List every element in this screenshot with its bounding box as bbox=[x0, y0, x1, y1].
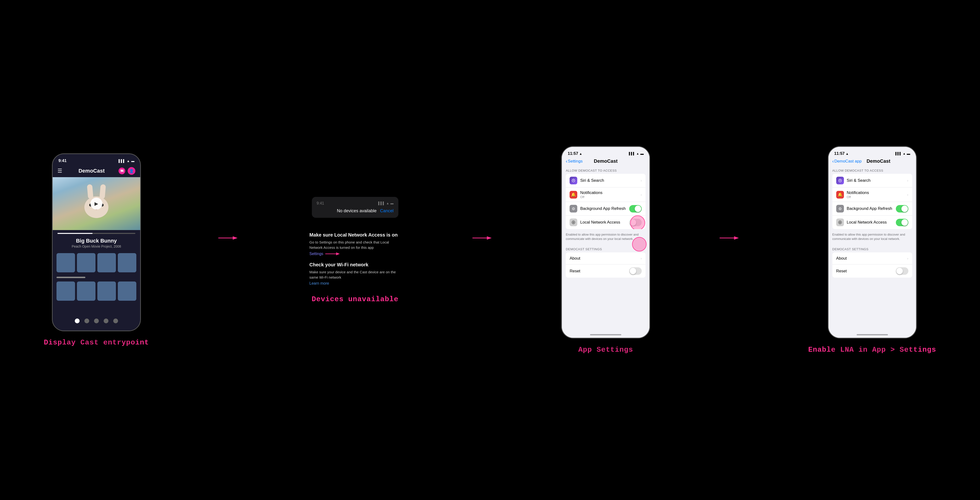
popup-cancel-btn[interactable]: Cancel bbox=[380, 208, 394, 213]
ios-battery-3: ▬ bbox=[640, 152, 644, 156]
step-3-label: App Settings bbox=[578, 346, 633, 354]
home-indicator-3 bbox=[590, 334, 621, 335]
tab-3[interactable] bbox=[94, 319, 99, 323]
notif-icon: 🔔 bbox=[570, 191, 577, 198]
step-4-label: Enable LNA in App > Settings bbox=[808, 346, 936, 354]
ios-status-3: 11:57 ▲ ▌▌▌ ▲ ▬ bbox=[562, 147, 649, 157]
instruction-heading-1: Make sure Local Network Access is on bbox=[309, 232, 401, 238]
popup-no-devices-title: No devices available bbox=[334, 208, 380, 213]
svg-marker-11 bbox=[734, 236, 739, 240]
ios-time-4: 11:57 bbox=[834, 151, 845, 156]
nav-title-3: DemoCast bbox=[582, 159, 629, 164]
step-1: 9:41 ▌▌▌ ▲ ▬ ☰ DemoCast 👤 bbox=[44, 153, 149, 347]
thumb-4[interactable] bbox=[118, 253, 136, 272]
movie-title: Big Buck Bunny bbox=[52, 236, 140, 244]
about-row-3[interactable]: About › bbox=[566, 252, 646, 264]
reset-content-3: Reset bbox=[570, 269, 627, 273]
arrow-between-3-4 bbox=[720, 234, 739, 241]
tab-4[interactable] bbox=[103, 319, 108, 323]
back-nav-4: ‹ DemoCast app DemoCast bbox=[829, 157, 916, 165]
local-network-row[interactable]: Local Network Access bbox=[566, 216, 646, 229]
reset-knob-4 bbox=[896, 268, 903, 274]
democast-list-3: About › Reset bbox=[566, 252, 646, 278]
siri-row-4[interactable]: Siri & Search › bbox=[832, 174, 912, 187]
notifications-row-4[interactable]: 🔔 Notifications Off › bbox=[832, 187, 912, 202]
app-header: ☰ DemoCast 👤 bbox=[52, 165, 140, 177]
ios-battery-4: ▬ bbox=[907, 152, 910, 156]
cast-icon[interactable] bbox=[119, 168, 125, 174]
tab-1[interactable] bbox=[75, 319, 80, 323]
democast-header-3: DEMOCAST SETTINGS bbox=[562, 243, 649, 252]
local-content-4: Local Network Access bbox=[847, 220, 894, 225]
siri-title: Siri & Search bbox=[580, 178, 639, 183]
about-row-4[interactable]: About › bbox=[832, 252, 912, 264]
instructions-box: Make sure Local Network Access is on Go … bbox=[307, 230, 403, 288]
local-title: Local Network Access bbox=[580, 220, 627, 225]
ios-wifi-4: ▲ bbox=[903, 152, 906, 155]
instruction-link-settings[interactable]: Settings bbox=[309, 252, 323, 256]
thumb-5[interactable] bbox=[57, 281, 75, 301]
bg-toggle-on[interactable] bbox=[629, 205, 642, 213]
notifications-row[interactable]: 🔔 Notifications Off › bbox=[566, 187, 646, 202]
ios-wifi-3: ▲ bbox=[636, 152, 639, 155]
back-btn-3[interactable]: ‹ Settings bbox=[566, 159, 582, 164]
bg-icon: ⚙ bbox=[570, 205, 577, 213]
popup-status-time: 9:41 bbox=[317, 201, 324, 206]
app-hero: ▶ bbox=[52, 177, 140, 230]
thumb-6[interactable] bbox=[77, 281, 95, 301]
bg-refresh-row[interactable]: ⚙ Background App Refresh bbox=[566, 202, 646, 216]
bg-toggle-knob-4 bbox=[901, 206, 908, 212]
reset-row-4[interactable]: Reset bbox=[832, 264, 912, 278]
ios-screen-3: 11:57 ▲ ▌▌▌ ▲ ▬ ‹ Settings DemoCast bbox=[562, 147, 649, 338]
local-note-4: Enabled to allow this app permission to … bbox=[829, 231, 916, 243]
thumb-7[interactable] bbox=[97, 281, 116, 301]
local-network-row-4[interactable]: Local Network Access bbox=[832, 216, 912, 229]
reset-knob-3 bbox=[630, 268, 636, 274]
democast-header-4: DEMOCAST SETTINGS bbox=[829, 243, 916, 252]
hamburger-icon[interactable]: ☰ bbox=[57, 168, 62, 174]
siri-row[interactable]: Siri & Search › bbox=[566, 174, 646, 187]
notif-content-4: Notifications Off bbox=[847, 190, 905, 199]
back-btn-4[interactable]: ‹ DemoCast app bbox=[832, 159, 862, 164]
tab-5[interactable] bbox=[113, 319, 118, 323]
bg-toggle-on-4[interactable] bbox=[896, 205, 908, 213]
thumb-8[interactable] bbox=[118, 281, 136, 301]
step-1-label: Display Cast entrypoint bbox=[44, 338, 149, 347]
notif-subtitle-4: Off bbox=[847, 195, 905, 199]
back-label-3: Settings bbox=[568, 159, 582, 164]
avatar-icon[interactable]: 👤 bbox=[128, 167, 135, 175]
tab-2[interactable] bbox=[84, 319, 89, 323]
instruction-link-learn[interactable]: Learn more bbox=[309, 281, 329, 285]
siri-chevron: › bbox=[641, 179, 642, 183]
about-content-3: About bbox=[570, 256, 639, 261]
thumb-2[interactable] bbox=[77, 253, 95, 272]
svg-marker-5 bbox=[487, 236, 492, 240]
local-icon-4 bbox=[836, 219, 844, 226]
reset-toggle-4[interactable] bbox=[896, 267, 908, 275]
play-button[interactable]: ▶ bbox=[91, 198, 102, 210]
thumb-3[interactable] bbox=[97, 253, 116, 272]
svg-marker-1 bbox=[233, 236, 237, 240]
back-label-4: DemoCast app bbox=[834, 159, 861, 164]
bg-refresh-row-4[interactable]: ⚙ Background App Refresh bbox=[832, 202, 912, 216]
thumb-1[interactable] bbox=[57, 253, 75, 272]
about-chevron-3: › bbox=[641, 257, 642, 260]
progress-bar-container bbox=[52, 230, 140, 236]
local-title-4: Local Network Access bbox=[847, 220, 894, 225]
instruction-heading-2: Check your Wi-Fi network bbox=[309, 262, 401, 268]
ios-time-3: 11:57 bbox=[568, 151, 578, 156]
ios-signal-3: ▌▌▌ bbox=[629, 152, 635, 155]
local-toggle-off[interactable] bbox=[629, 219, 642, 226]
local-toggle-on-4[interactable] bbox=[896, 219, 908, 226]
step-4: 11:57 ▲ ▌▌▌ ▲ ▬ ‹ DemoCast app DemoC bbox=[808, 146, 936, 354]
reset-toggle-3[interactable] bbox=[629, 267, 642, 275]
section-header-3: ALLOW DEMOCAST TO ACCESS bbox=[562, 165, 649, 174]
reset-title-3: Reset bbox=[570, 269, 627, 273]
instruction-text-1: Go to Settings on this phone and check t… bbox=[309, 240, 401, 251]
reset-row-3[interactable]: Reset bbox=[566, 264, 646, 278]
bg-toggle-knob bbox=[635, 206, 641, 212]
step-2-label: Devices unavailable bbox=[312, 295, 398, 303]
progress-bar[interactable] bbox=[57, 233, 135, 234]
siri-title-4: Siri & Search bbox=[847, 178, 905, 183]
tab-bar bbox=[52, 316, 140, 326]
